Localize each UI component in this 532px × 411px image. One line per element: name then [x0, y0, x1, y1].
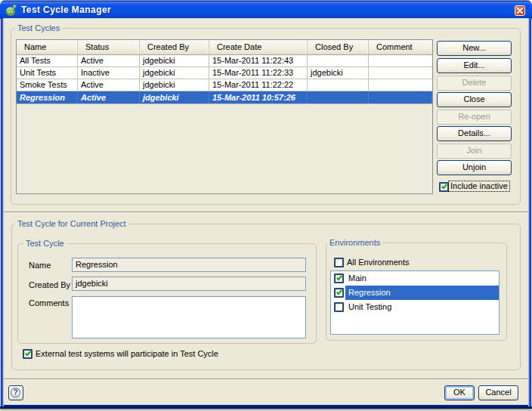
- table-header-row: Name Status Created By Create Date Close…: [17, 40, 432, 55]
- cell-closed-by: [308, 55, 369, 66]
- cell-status: Inactive: [78, 67, 140, 79]
- cell-name: Regression: [17, 91, 78, 104]
- column-header-create-date[interactable]: Create Date: [209, 40, 308, 54]
- cell-closed-by: jdgebicki: [308, 67, 369, 79]
- test-cycle-subgroup-label: Test Cycle: [23, 239, 66, 249]
- cell-comment: [369, 79, 432, 91]
- cell-status: Active: [78, 79, 140, 91]
- title-bar[interactable]: Test Cycle Manager: [0, 0, 532, 19]
- reopen-button[interactable]: Re-open: [437, 110, 512, 125]
- environment-checkbox[interactable]: [334, 302, 344, 312]
- column-header-created-by[interactable]: Created By: [140, 40, 209, 54]
- include-inactive-checkbox[interactable]: [439, 182, 449, 192]
- column-header-comment[interactable]: Comment: [369, 40, 432, 54]
- environment-label: Main: [345, 271, 499, 286]
- edit-button[interactable]: Edit...: [437, 58, 512, 73]
- environments-list: Main Regression Unit Testing: [330, 270, 500, 335]
- table-row[interactable]: All Tests Active jdgebicki 15-Mar-2011 1…: [17, 55, 432, 67]
- external-participation-label[interactable]: External test systems will participate i…: [36, 349, 218, 359]
- new-button[interactable]: New...: [437, 41, 512, 56]
- cell-comment: [369, 67, 432, 79]
- environment-label: Unit Testing: [345, 300, 499, 314]
- help-button[interactable]: ?: [8, 385, 23, 400]
- environment-item[interactable]: Main: [331, 271, 499, 286]
- cell-comment: [369, 55, 432, 66]
- name-field[interactable]: Regression: [72, 258, 306, 272]
- created-by-field[interactable]: jdgebicki: [72, 277, 306, 291]
- window-border-right: [528, 19, 532, 406]
- cell-create-date: 15-Mar-2011 10:57:26: [209, 91, 308, 104]
- include-inactive-label[interactable]: Include inactive: [449, 181, 509, 191]
- app-icon: [5, 5, 17, 16]
- cell-created-by: jdgebicki: [140, 67, 209, 79]
- close-cycle-button[interactable]: Close: [437, 92, 512, 107]
- help-icon: ?: [11, 388, 20, 397]
- delete-button[interactable]: Delete: [437, 76, 512, 91]
- section-separator: [4, 212, 528, 213]
- environment-checkbox[interactable]: [334, 273, 344, 283]
- test-cycles-group-label: Test Cycles: [15, 23, 62, 33]
- column-header-name[interactable]: Name: [17, 40, 78, 54]
- environment-item[interactable]: Unit Testing: [331, 300, 499, 314]
- environment-checkbox[interactable]: [334, 288, 344, 298]
- cell-create-date: 15-Mar-2011 11:22:43: [209, 55, 308, 66]
- current-project-group-label: Test Cycle for Current Project: [15, 219, 128, 229]
- name-label: Name: [29, 261, 51, 270]
- details-button[interactable]: Details...: [437, 126, 512, 141]
- cell-created-by: jdgebicki: [140, 55, 209, 66]
- cell-name: Smoke Tests: [17, 79, 78, 91]
- cell-create-date: 15-Mar-2011 11:22:22: [209, 79, 308, 91]
- cancel-button[interactable]: Cancel: [478, 385, 518, 400]
- all-environments-checkbox[interactable]: [334, 258, 344, 267]
- environments-subgroup-label: Environments: [327, 238, 382, 248]
- ok-button[interactable]: OK: [444, 385, 475, 400]
- cell-closed-by: [308, 79, 369, 91]
- cell-name: All Tests: [17, 55, 78, 66]
- environment-label: Regression: [345, 286, 499, 300]
- dialog-window: Test Cycle Manager Test Cycles Name Stat…: [0, 0, 532, 409]
- external-participation-checkbox[interactable]: [23, 349, 32, 359]
- comments-label: Comments: [29, 298, 69, 308]
- cell-closed-by: [308, 91, 369, 104]
- table-row-selected[interactable]: Regression Active jdgebicki 15-Mar-2011 …: [17, 91, 432, 104]
- comments-field[interactable]: [72, 296, 306, 338]
- test-cycles-table: Name Status Created By Create Date Close…: [16, 39, 433, 194]
- column-header-closed-by[interactable]: Closed By: [308, 40, 369, 54]
- window-border-left: [0, 19, 4, 406]
- all-environments-label[interactable]: All Environments: [347, 258, 410, 267]
- cell-created-by: jdgebicki: [140, 79, 209, 91]
- join-button[interactable]: Join: [437, 144, 512, 159]
- window-title: Test Cycle Manager: [21, 4, 111, 16]
- cell-created-by: jdgebicki: [140, 91, 209, 104]
- cell-name: Unit Tests: [17, 67, 78, 79]
- column-header-status[interactable]: Status: [78, 40, 140, 54]
- created-by-label: Created By: [29, 280, 70, 290]
- unjoin-button[interactable]: Unjoin: [437, 160, 512, 175]
- cell-status: Active: [78, 91, 140, 104]
- footer-separator: [4, 379, 528, 380]
- cell-comment: [369, 91, 432, 104]
- cell-create-date: 15-Mar-2011 11:22:33: [209, 67, 308, 79]
- environment-item-selected[interactable]: Regression: [331, 286, 499, 300]
- table-row[interactable]: Smoke Tests Active jdgebicki 15-Mar-2011…: [17, 79, 432, 91]
- table-row[interactable]: Unit Tests Inactive jdgebicki 15-Mar-201…: [17, 67, 432, 79]
- cell-status: Active: [78, 55, 140, 66]
- close-button[interactable]: [515, 5, 525, 16]
